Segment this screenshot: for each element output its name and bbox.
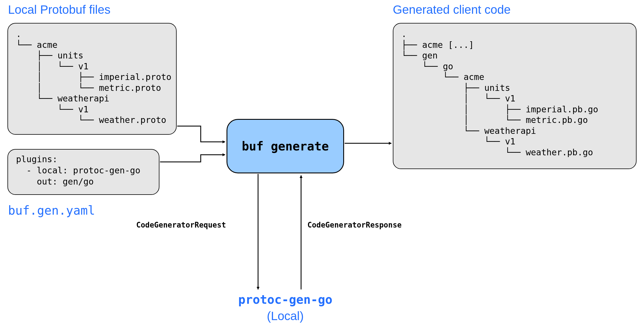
- yaml-content: plugins: - local: protoc-gen-go out: gen…: [16, 154, 151, 187]
- label-plugin-where: (Local): [227, 308, 344, 324]
- label-plugin-name: protoc-gen-go: [227, 292, 344, 308]
- tree-generated: . ├── acme [...] └── gen └── go └── acme…: [401, 29, 628, 158]
- heading-generated-code: Generated client code: [393, 3, 511, 17]
- tree-local-proto: . └── acme ├── units │ └── v1 │ ├── impe…: [16, 29, 168, 126]
- box-buf-gen-yaml: plugins: - local: protoc-gen-go out: gen…: [7, 149, 159, 195]
- arrow-proto-to-generate: [177, 126, 225, 142]
- heading-buf-gen-yaml: buf.gen.yaml: [8, 203, 95, 218]
- heading-local-protobuf: Local Protobuf files: [8, 3, 110, 17]
- label-codegen-response: CodeGeneratorResponse: [307, 221, 402, 229]
- diagram-canvas: Local Protobuf files Generated client co…: [0, 0, 644, 335]
- arrow-yaml-to-generate: [160, 155, 225, 162]
- box-buf-generate: buf generate: [227, 119, 344, 173]
- label-plugin: protoc-gen-go (Local): [227, 292, 344, 324]
- label-codegen-request: CodeGeneratorRequest: [136, 221, 226, 229]
- label-buf-generate: buf generate: [242, 139, 329, 153]
- box-generated-tree: . ├── acme [...] └── gen └── go └── acme…: [393, 23, 637, 169]
- box-local-proto-tree: . └── acme ├── units │ └── v1 │ ├── impe…: [7, 23, 177, 135]
